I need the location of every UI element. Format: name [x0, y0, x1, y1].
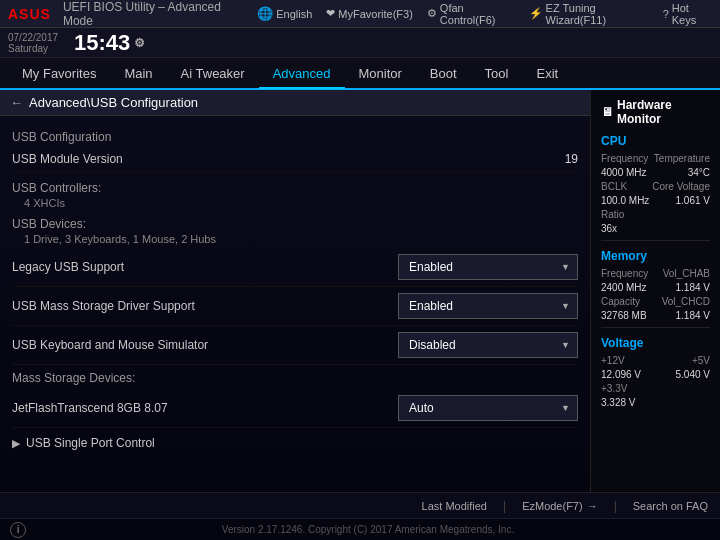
- voltage-33-value-row: 3.328 V: [601, 397, 710, 408]
- usb-controllers-label: USB Controllers:: [12, 181, 578, 195]
- usb-keyboard-mouse-label: USB Keyboard and Mouse Simulator: [12, 338, 208, 352]
- cpu-temperature-value: 34°C: [688, 167, 710, 178]
- tab-advanced[interactable]: Advanced: [259, 60, 345, 89]
- cpu-temperature-label: Temperature: [654, 153, 710, 164]
- jetflash-row: JetFlashTranscend 8GB 8.07 Auto Floppy F…: [12, 389, 578, 428]
- footer: i Version 2.17.1246. Copyright (C) 2017 …: [0, 518, 720, 540]
- time-display: 15:43 ⚙: [74, 30, 145, 56]
- language-selector[interactable]: 🌐 English: [257, 2, 312, 26]
- usb-devices-label: USB Devices:: [12, 217, 578, 231]
- cpu-section-title: CPU: [601, 134, 710, 148]
- voltage-33-row: +3.3V: [601, 383, 710, 394]
- memory-section-title: Memory: [601, 249, 710, 263]
- legacy-usb-dropdown[interactable]: Enabled Disabled Auto: [398, 254, 578, 280]
- mem-capacity-label: Capacity: [601, 296, 640, 307]
- voltage-section-title: Voltage: [601, 336, 710, 350]
- usb-mass-storage-label: USB Mass Storage Driver Support: [12, 299, 195, 313]
- top-right-icons: 🌐 English ❤ MyFavorite(F3) ⚙ Qfan Contro…: [257, 2, 712, 26]
- usb-mass-storage-dropdown[interactable]: Enabled Disabled: [398, 293, 578, 319]
- nav-bar: My Favorites Main Ai Tweaker Advanced Mo…: [0, 58, 720, 90]
- mem-vol-chab-label: Vol_CHAB: [663, 268, 710, 279]
- v5-label: +5V: [692, 355, 710, 366]
- mem-frequency-value-row: 2400 MHz 1.184 V: [601, 282, 710, 293]
- tab-aitweaker[interactable]: Ai Tweaker: [167, 60, 259, 89]
- globe-icon: 🌐: [257, 6, 273, 21]
- usb-module-label: USB Module Version: [12, 152, 123, 166]
- wizard-icon: ⚡: [529, 7, 543, 20]
- fan-icon: ⚙: [427, 7, 437, 20]
- tab-tool[interactable]: Tool: [471, 60, 523, 89]
- myfavorites-button[interactable]: ❤ MyFavorite(F3): [326, 2, 413, 26]
- monitor-icon: 🖥: [601, 105, 613, 119]
- usb-keyboard-mouse-row: USB Keyboard and Mouse Simulator Enabled…: [12, 326, 578, 365]
- cpu-ratio-row: Ratio: [601, 209, 710, 220]
- gear-icon-time[interactable]: ⚙: [134, 36, 145, 50]
- tab-boot[interactable]: Boot: [416, 60, 471, 89]
- voltage-12-5-value-row: 12.096 V 5.040 V: [601, 369, 710, 380]
- tab-exit[interactable]: Exit: [522, 60, 572, 89]
- ez-mode-button[interactable]: EzMode(F7) →: [522, 500, 598, 512]
- legacy-usb-row: Legacy USB Support Enabled Disabled Auto: [12, 248, 578, 287]
- qfan-button[interactable]: ⚙ Qfan Control(F6): [427, 2, 515, 26]
- tab-monitor[interactable]: Monitor: [345, 60, 416, 89]
- bottom-bar: Last Modified | EzMode(F7) → | Search on…: [0, 492, 720, 518]
- mem-frequency-value: 2400 MHz: [601, 282, 647, 293]
- expand-arrow-icon: ▶: [12, 437, 20, 450]
- right-sidebar: 🖥 Hardware Monitor CPU Frequency Tempera…: [590, 90, 720, 492]
- content-area: ← Advanced\USB Configuration USB Configu…: [0, 90, 590, 492]
- v12-value: 12.096 V: [601, 369, 641, 380]
- cpu-frequency-value: 4000 MHz: [601, 167, 647, 178]
- eztuning-button[interactable]: ⚡ EZ Tuning Wizard(F11): [529, 2, 649, 26]
- mem-capacity-value-row: 32768 MB 1.184 V: [601, 310, 710, 321]
- cpu-core-voltage-label: Core Voltage: [652, 181, 710, 192]
- main-layout: ← Advanced\USB Configuration USB Configu…: [0, 90, 720, 492]
- voltage-12-5-row: +12V +5V: [601, 355, 710, 366]
- date-display: 07/22/2017: [8, 32, 58, 43]
- mem-frequency-label: Frequency: [601, 268, 648, 279]
- v33-value: 3.328 V: [601, 397, 635, 408]
- cpu-frequency-value-row: 4000 MHz 34°C: [601, 167, 710, 178]
- search-faq-button[interactable]: Search on FAQ: [633, 500, 708, 512]
- info-icon[interactable]: i: [10, 522, 26, 538]
- usb-keyboard-mouse-dropdown-wrapper: Enabled Disabled: [398, 332, 578, 358]
- last-modified-label: Last Modified: [422, 500, 487, 512]
- footer-copyright: Version 2.17.1246. Copyright (C) 2017 Am…: [26, 524, 710, 535]
- usb-module-row: USB Module Version 19: [12, 146, 578, 173]
- legacy-usb-dropdown-wrapper: Enabled Disabled Auto: [398, 254, 578, 280]
- usb-mass-storage-dropdown-wrapper: Enabled Disabled: [398, 293, 578, 319]
- mem-frequency-row: Frequency Vol_CHAB: [601, 268, 710, 279]
- usb-single-port-row[interactable]: ▶ USB Single Port Control: [12, 428, 578, 458]
- back-arrow-icon[interactable]: ←: [10, 95, 23, 110]
- usb-keyboard-mouse-dropdown[interactable]: Enabled Disabled: [398, 332, 578, 358]
- separator-1: |: [503, 499, 506, 513]
- jetflash-dropdown[interactable]: Auto Floppy Forced FDD Hard Disk CD-ROM: [398, 395, 578, 421]
- jetflash-label: JetFlashTranscend 8GB 8.07: [12, 401, 168, 415]
- top-bar: ASUS UEFI BIOS Utility – Advanced Mode 🌐…: [0, 0, 720, 28]
- breadcrumb-text: Advanced\USB Configuration: [29, 95, 198, 110]
- usb-module-value: 19: [565, 152, 578, 166]
- cpu-frequency-row: Frequency Temperature: [601, 153, 710, 164]
- cpu-ratio-label: Ratio: [601, 209, 624, 220]
- separator-2: |: [614, 499, 617, 513]
- tab-main[interactable]: Main: [110, 60, 166, 89]
- heart-icon: ❤: [326, 7, 335, 20]
- usb-devices-value: 1 Drive, 3 Keyboards, 1 Mouse, 2 Hubs: [12, 233, 578, 245]
- jetflash-dropdown-wrapper: Auto Floppy Forced FDD Hard Disk CD-ROM: [398, 395, 578, 421]
- v12-label: +12V: [601, 355, 625, 366]
- memory-divider: [601, 327, 710, 328]
- usb-controllers-value: 4 XHCIs: [12, 197, 578, 209]
- day-display: Saturday: [8, 43, 58, 54]
- bios-title: UEFI BIOS Utility – Advanced Mode: [63, 0, 245, 28]
- cpu-ratio-value: 36x: [601, 223, 617, 234]
- hotkeys-button[interactable]: ? Hot Keys: [663, 2, 712, 26]
- mem-vol-chcd-value: 1.184 V: [676, 310, 710, 321]
- second-bar: 07/22/2017 Saturday 15:43 ⚙: [0, 28, 720, 58]
- mem-capacity-value: 32768 MB: [601, 310, 647, 321]
- key-icon: ?: [663, 8, 669, 20]
- cpu-bclk-row: BCLK Core Voltage: [601, 181, 710, 192]
- arrow-right-icon: →: [587, 500, 598, 512]
- tab-myfavorites[interactable]: My Favorites: [8, 60, 110, 89]
- mass-storage-devices-label: Mass Storage Devices:: [12, 371, 578, 385]
- cpu-bclk-value-row: 100.0 MHz 1.061 V: [601, 195, 710, 206]
- cpu-divider: [601, 240, 710, 241]
